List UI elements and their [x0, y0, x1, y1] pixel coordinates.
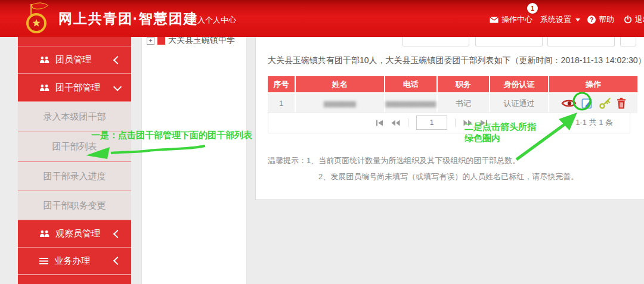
personal-center-link[interactable]: 进入个人中心 — [190, 15, 236, 26]
sidebar-item-member-management[interactable]: 团员管理 — [18, 46, 131, 74]
pager-divider — [408, 118, 408, 127]
sidebar-item-business-handling[interactable]: 业务办理 — [18, 248, 131, 274]
key-icon — [599, 98, 612, 110]
tip-line-1: 温馨提示：1、当前页面统计数量为所选组织及其下级组织的团干部总数。 — [268, 155, 520, 166]
view-button[interactable] — [561, 98, 577, 108]
sidebar-nav: 团员管理 团干部管理 录入本级团干部 团干部列表 团干部录入进度 团干部职务变更 — [18, 37, 131, 284]
pager-count-text: 1-1 共 1 条 — [575, 117, 613, 128]
tree-node-label: 大关县玉碗镇中学 — [168, 37, 235, 46]
summary-text: 大关县玉碗镇共有团干部10人，大关县玉碗镇团委团干部列表如下（更新时间：2018… — [268, 55, 644, 66]
filter-button-partial[interactable] — [620, 37, 636, 46]
tree-expand-icon[interactable]: + — [147, 37, 154, 45]
column-header-actions: 操作 — [549, 76, 637, 92]
envelope-icon — [490, 17, 499, 23]
column-header-seq: 序号 — [268, 76, 295, 92]
users-icon — [39, 230, 49, 238]
app-root: 网上共青团·智慧团建 进入个人中心 操作中心 1 系统设置 ? 帮助 退出 — [0, 0, 644, 284]
column-header-auth: 身份认证 — [490, 76, 548, 92]
sidebar-subitem-enter-cadres[interactable]: 录入本级团干部 — [18, 102, 131, 132]
filter-input-3[interactable] — [547, 37, 615, 46]
chevron-left-icon — [113, 55, 122, 64]
help-link[interactable]: ? 帮助 — [587, 14, 614, 25]
notification-badge[interactable]: 1 — [527, 3, 538, 14]
logout-link[interactable]: 退出 — [624, 14, 644, 25]
sidebar-item-partial-top — [18, 37, 131, 46]
prev-page-icon — [391, 120, 400, 126]
sidebar-subitem-cadre-list[interactable]: 团干部列表 — [18, 132, 131, 162]
top-header: 网上共青团·智慧团建 进入个人中心 操作中心 1 系统设置 ? 帮助 退出 — [0, 0, 644, 37]
column-header-position: 职务 — [438, 76, 489, 92]
sidebar-subitem-entry-progress[interactable]: 团干部录入进度 — [18, 162, 131, 191]
league-emblem-logo — [20, 2, 53, 35]
pager-next-button[interactable] — [463, 120, 472, 126]
cell-position: 书记 — [438, 93, 489, 113]
cell-seq: 1 — [268, 93, 295, 113]
column-header-phone: 电话 — [385, 76, 436, 92]
delete-button[interactable] — [617, 98, 626, 109]
action-center-link[interactable]: 操作中心 — [490, 14, 532, 25]
org-tree-panel: + 大关县玉碗镇中学 — [141, 37, 247, 284]
sidebar-item-observer-management[interactable]: 观察员管理 — [18, 220, 131, 248]
users-icon — [39, 56, 49, 64]
pager-page-input[interactable] — [416, 116, 447, 130]
system-settings-menu[interactable]: 系统设置 — [540, 14, 580, 25]
content-card: 大关县玉碗镇共有团干部10人，大关县玉碗镇团委团干部列表如下（更新时间：2018… — [255, 37, 644, 200]
sidebar-subitem-position-change[interactable]: 团干部职务变更 — [18, 191, 131, 220]
reset-password-button[interactable] — [599, 98, 612, 110]
pager-divider — [455, 118, 456, 127]
tip-line-2: 2、发展团员编号尚未填写（或填写有误）的人员姓名已标红，请尽快完善。 — [318, 171, 578, 182]
help-icon: ? — [587, 15, 596, 24]
column-header-name: 姓名 — [296, 76, 384, 92]
pagination-bar: 1-1 共 1 条 — [268, 112, 630, 133]
pager-prev-button[interactable] — [391, 120, 400, 126]
edit-pencil-icon — [581, 97, 594, 110]
brand-title: 网上共青团·智慧团建 — [58, 10, 199, 28]
pager-first-button[interactable] — [376, 120, 383, 126]
menu-lines-icon — [39, 258, 48, 264]
tree-node-school[interactable]: + 大关县玉碗镇中学 — [147, 37, 246, 46]
chevron-down-icon — [575, 18, 580, 21]
edit-button[interactable] — [581, 97, 594, 110]
last-page-icon — [480, 120, 488, 126]
cell-actions — [549, 93, 637, 113]
org-square-icon — [157, 37, 165, 45]
chevron-left-icon — [113, 229, 122, 238]
eye-icon — [561, 98, 577, 108]
cadre-table: 序号 姓名 电话 职务 身份认证 操作 1 ▇▇▇▇▇▇▇ ▇▇▇▇▇▇▇▇▇▇… — [268, 76, 637, 113]
next-page-icon — [463, 120, 472, 126]
users-icon — [39, 84, 49, 92]
cell-auth-status: 认证通过 — [490, 93, 548, 113]
trash-icon — [617, 98, 626, 109]
first-page-icon — [376, 120, 383, 126]
cell-phone-redacted: ▇▇▇▇▇▇▇▇▇▇▇ — [385, 93, 436, 113]
sidebar-item-partial-bottom — [18, 274, 131, 284]
filter-input-1[interactable] — [402, 37, 469, 46]
chevron-down-icon — [113, 83, 122, 91]
power-icon — [624, 15, 632, 24]
sidebar-item-cadre-management[interactable]: 团干部管理 — [18, 74, 131, 102]
pager-last-button[interactable] — [480, 120, 488, 126]
cell-name-redacted: ▇▇▇▇▇▇▇ — [296, 93, 384, 113]
filter-input-2[interactable] — [475, 37, 543, 46]
chevron-left-icon — [113, 257, 122, 265]
